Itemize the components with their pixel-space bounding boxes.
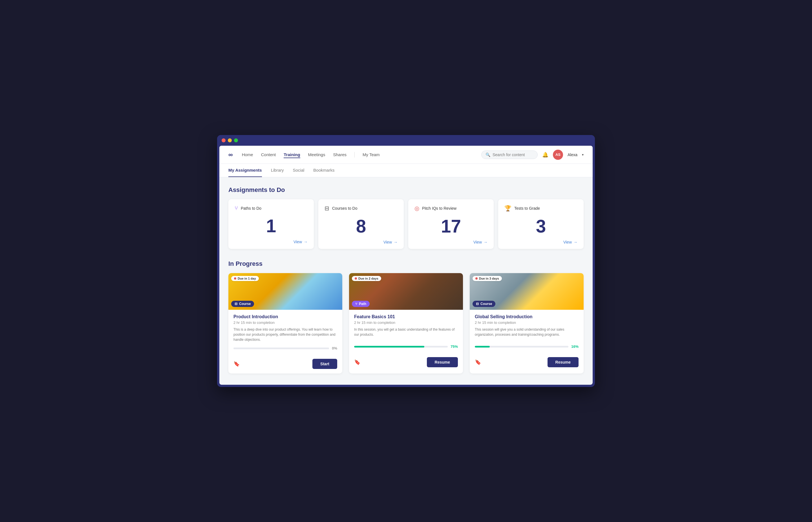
card-time-0: 2 hr 15 min to completion (234, 320, 337, 325)
progress-pct-2: 16% (571, 344, 578, 349)
type-badge-0: ⊟ Course (231, 301, 254, 307)
traffic-minimize[interactable] (228, 138, 232, 142)
card-body-2: Global Selling Introduction 2 hr 15 min … (470, 310, 583, 357)
card-title-1: Feature Basics 101 (354, 314, 458, 319)
pitch-view[interactable]: View → (414, 240, 488, 244)
assignment-card-tests: 🏆 Tests to Grade 3 View → (498, 199, 583, 249)
paths-view[interactable]: View → (235, 240, 308, 244)
card-image-2: Due in 3 days ⊟ Course (470, 273, 583, 310)
progress-bar-bg-0 (234, 347, 329, 349)
courses-label: Courses to Do (332, 206, 357, 210)
card-time-1: 2 hr 15 min to completion (354, 320, 458, 325)
app-window: ∞ Home Content Training Meetings Shares … (217, 135, 595, 387)
assignment-cards: ⑂ Paths to Do 1 View → ⊟ Courses to Do (229, 199, 583, 249)
tests-number: 3 (504, 217, 577, 235)
due-dot-2 (475, 277, 478, 280)
search-input[interactable] (493, 153, 532, 157)
type-label-0: Course (239, 302, 251, 306)
paths-icon: ⑂ (235, 205, 238, 212)
progress-card-2: Due in 3 days ⊟ Course Global Selling In… (470, 273, 583, 374)
pitch-label: Pitch IQs to Review (422, 206, 456, 210)
subnav-bookmarks[interactable]: Bookmarks (313, 164, 334, 177)
bookmark-icon-2[interactable]: 🔖 (475, 359, 481, 365)
tests-icon: 🏆 (504, 205, 512, 212)
due-badge-0: Due in 1 day (231, 276, 259, 281)
bell-icon[interactable]: 🔔 (542, 152, 548, 158)
due-label-1: Due in 2 days (358, 277, 378, 280)
card-footer-0: 🔖 Start (229, 359, 342, 374)
nav-home[interactable]: Home (242, 151, 253, 158)
card-header-courses: ⊟ Courses to Do (324, 205, 398, 212)
assignment-card-paths: ⑂ Paths to Do 1 View → (229, 199, 314, 249)
card-footer-1: 🔖 Resume (349, 357, 463, 372)
bookmark-icon-0[interactable]: 🔖 (234, 361, 240, 367)
courses-number: 8 (324, 217, 398, 235)
assignments-section-title: Assignments to Do (229, 186, 583, 194)
user-name[interactable]: Alexa (568, 153, 577, 157)
card-header-tests: 🏆 Tests to Grade (504, 205, 577, 212)
sub-nav: My Assignments Library Social Bookmarks (219, 164, 593, 177)
type-icon-1: ⑂ (355, 302, 357, 306)
tests-label: Tests to Grade (514, 206, 540, 210)
traffic-maximize[interactable] (234, 138, 238, 142)
type-badge-2: ⊟ Course (473, 301, 495, 307)
paths-number: 1 (235, 217, 308, 235)
card-header-paths: ⑂ Paths to Do (235, 205, 308, 212)
nav-shares[interactable]: Shares (333, 151, 346, 158)
assignment-card-courses: ⊟ Courses to Do 8 View → (318, 199, 404, 249)
type-icon-0: ⊟ (235, 302, 237, 306)
nav-links: Home Content Training Meetings Shares My… (242, 151, 481, 158)
action-btn-2[interactable]: Resume (548, 357, 578, 367)
nav-content[interactable]: Content (261, 151, 276, 158)
courses-icon: ⊟ (324, 205, 329, 212)
titlebar (217, 135, 595, 146)
card-footer-2: 🔖 Resume (470, 357, 583, 372)
assignment-card-pitch: ◎ Pitch IQs to Review 17 View → (408, 199, 494, 249)
progress-card-1: Due in 2 days ⑂ Path Feature Basics 101 … (349, 273, 463, 374)
nav-meetings[interactable]: Meetings (308, 151, 325, 158)
due-label-2: Due in 3 days (479, 277, 499, 280)
due-dot-1 (355, 277, 357, 280)
subnav-social[interactable]: Social (293, 164, 304, 177)
progress-pct-1: 75% (451, 344, 458, 349)
card-title-0: Product Introduction (234, 314, 337, 319)
progress-bar-bg-2 (475, 346, 568, 347)
nav-myteam[interactable]: My Team (362, 151, 380, 158)
progress-bar-fill-2 (475, 346, 490, 347)
nav-training[interactable]: Training (284, 151, 300, 158)
subnav-library[interactable]: Library (271, 164, 284, 177)
search-box[interactable]: 🔍 (481, 150, 538, 159)
progress-card-0: Due in 1 day ⊟ Course Product Introducti… (229, 273, 342, 374)
paths-label: Paths to Do (241, 206, 261, 210)
due-badge-2: Due in 3 days (473, 276, 502, 281)
due-label-0: Due in 1 day (238, 277, 256, 280)
avatar: AS (553, 150, 563, 160)
type-label-1: Path (359, 302, 366, 306)
type-icon-2: ⊟ (476, 302, 479, 306)
action-btn-1[interactable]: Resume (427, 357, 458, 367)
card-body-0: Product Introduction 2 hr 15 min to comp… (229, 310, 342, 359)
type-badge-1: ⑂ Path (352, 301, 370, 307)
progress-row-1: 75% (354, 344, 458, 349)
courses-view[interactable]: View → (324, 240, 398, 244)
card-body-1: Feature Basics 101 2 hr 15 min to comple… (349, 310, 463, 357)
card-title-2: Global Selling Introduction (475, 314, 578, 319)
tests-view[interactable]: View → (504, 240, 577, 244)
pitch-icon: ◎ (414, 205, 419, 212)
progress-row-0: 0% (234, 346, 337, 350)
card-header-pitch: ◎ Pitch IQs to Review (414, 205, 488, 212)
nav-divider (354, 152, 355, 158)
in-progress-cards: Due in 1 day ⊟ Course Product Introducti… (229, 273, 583, 374)
due-dot-0 (234, 277, 236, 280)
card-image-0: Due in 1 day ⊟ Course (229, 273, 342, 310)
logo: ∞ (229, 151, 233, 158)
top-nav: ∞ Home Content Training Meetings Shares … (219, 146, 593, 164)
chevron-down-icon[interactable]: ▾ (582, 153, 583, 157)
action-btn-0[interactable]: Start (312, 359, 337, 369)
bookmark-icon-1[interactable]: 🔖 (354, 359, 360, 365)
subnav-my-assignments[interactable]: My Assignments (229, 164, 262, 177)
type-label-2: Course (480, 302, 492, 306)
app-body: ∞ Home Content Training Meetings Shares … (219, 146, 593, 385)
traffic-close[interactable] (222, 138, 225, 142)
card-desc-2: This session will give you a solid under… (475, 327, 578, 340)
